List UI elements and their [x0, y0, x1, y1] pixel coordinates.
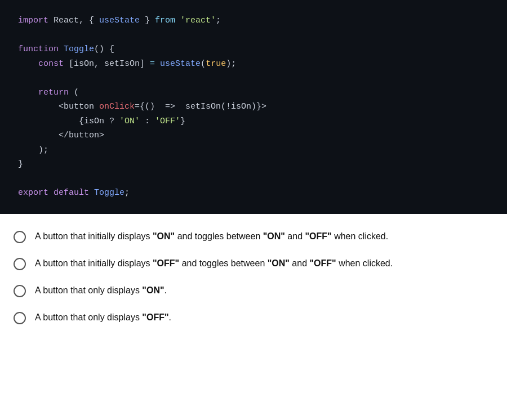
code-line: const [isOn, setIsOn] = useState(true);	[18, 57, 489, 72]
code-token	[18, 59, 38, 69]
code-token: 'OFF'	[155, 117, 180, 126]
code-token: function	[18, 44, 59, 54]
code-line	[18, 71, 489, 86]
code-line: return (	[18, 86, 489, 100]
code-token: }	[18, 159, 23, 169]
code-token	[89, 188, 94, 198]
code-token: Toggle	[94, 188, 124, 198]
code-token	[48, 188, 54, 198]
code-token: useState	[160, 59, 201, 69]
code-token: onClick	[99, 102, 135, 111]
code-token: Toggle	[64, 44, 94, 54]
code-token: :	[140, 117, 155, 126]
radio-circle[interactable]	[14, 231, 26, 243]
code-token	[59, 44, 64, 54]
radio-circle[interactable]	[14, 258, 26, 270]
code-line: export default Toggle;	[18, 186, 489, 200]
code-line: );	[18, 143, 489, 158]
code-token: default	[54, 188, 89, 198]
radio-circle[interactable]	[14, 285, 26, 297]
code-token: <button	[18, 102, 99, 111]
code-token	[155, 59, 160, 69]
code-line: {isOn ? 'ON' : 'OFF'}	[18, 114, 489, 129]
quiz-option[interactable]: A button that initially displays "ON" an…	[14, 230, 493, 243]
code-token: React, {	[48, 16, 99, 25]
code-token	[175, 16, 180, 25]
quiz-option[interactable]: A button that only displays "ON".	[14, 284, 493, 297]
code-token: ={() => setIsOn(!isOn)}>	[135, 102, 266, 111]
code-token: ;	[216, 16, 221, 25]
code-token: () {	[94, 44, 114, 54]
code-token: 'ON'	[119, 117, 140, 126]
code-token: );	[18, 145, 48, 155]
code-token: 'react'	[180, 16, 216, 25]
code-token: [isOn, setIsOn]	[64, 59, 150, 69]
quiz-option[interactable]: A button that only displays "OFF".	[14, 311, 493, 324]
code-token: const	[38, 59, 64, 69]
code-line	[18, 28, 489, 43]
code-line: <button onClick={() => setIsOn(!isOn)}>	[18, 100, 489, 114]
code-token: return	[38, 88, 69, 97]
code-token: ;	[124, 188, 130, 198]
quiz-option-text: A button that initially displays "OFF" a…	[35, 257, 393, 270]
code-token: {isOn ?	[18, 117, 119, 126]
code-block: import React, { useState } from 'react';…	[0, 0, 507, 214]
code-token: }	[180, 117, 185, 126]
code-line: }	[18, 157, 489, 172]
quiz-section: A button that initially displays "ON" an…	[0, 214, 507, 349]
code-token: (	[69, 88, 79, 97]
radio-circle[interactable]	[14, 312, 26, 324]
code-token: true	[206, 59, 226, 69]
code-line	[18, 172, 489, 186]
code-line: import React, { useState } from 'react';	[18, 14, 489, 28]
code-token: useState	[99, 16, 140, 25]
quiz-option-text: A button that only displays "OFF".	[35, 311, 171, 324]
code-token: (	[201, 59, 206, 69]
quiz-option[interactable]: A button that initially displays "OFF" a…	[14, 257, 493, 270]
code-line: </button>	[18, 128, 489, 143]
code-token	[18, 88, 38, 97]
quiz-option-text: A button that only displays "ON".	[35, 284, 167, 297]
code-token: }	[140, 16, 155, 25]
code-token: export	[18, 188, 48, 198]
code-token: </button>	[18, 131, 104, 140]
code-token: );	[226, 59, 236, 69]
code-token: =	[150, 59, 155, 69]
quiz-option-text: A button that initially displays "ON" an…	[35, 230, 388, 243]
code-line: function Toggle() {	[18, 42, 489, 57]
code-token: from	[155, 16, 175, 25]
code-token: import	[18, 16, 48, 25]
